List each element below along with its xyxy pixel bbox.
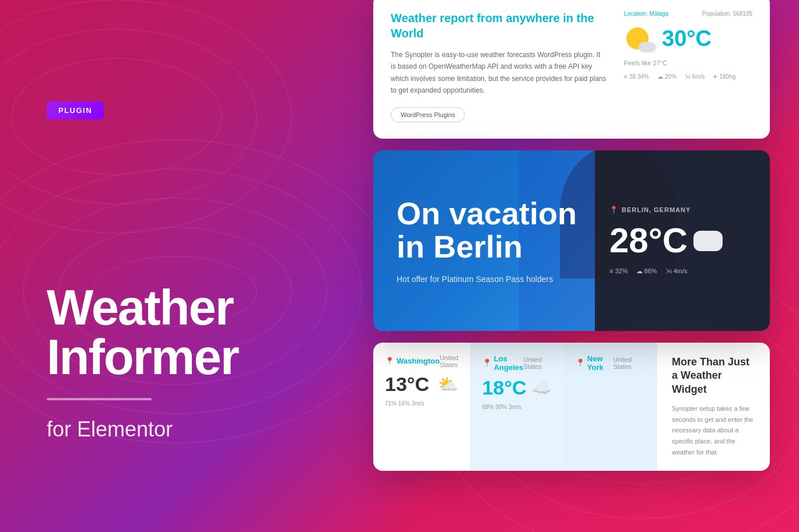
card-right-content: Location: Málaga Population: 568105 30°C…	[624, 10, 752, 80]
wordpress-plugins-button[interactable]: WordPress Plugins	[391, 107, 465, 122]
card-description: The Synopter is easy-to-use weather fore…	[391, 49, 607, 97]
location-text: Location: Málaga	[624, 10, 668, 17]
wind-stat: 🌬 6m/s	[685, 73, 705, 80]
berlin-title-line2: in Berlin	[397, 229, 523, 264]
card-left-content: Weather report from anywhere in the Worl…	[391, 10, 607, 122]
population-text: Population: 568105	[702, 10, 752, 17]
more-than-widget: More Than Just a Weather Widget Synopter…	[657, 343, 770, 471]
pin-icon-newyork: 📍	[576, 358, 585, 367]
city-card-newyork: 📍 New York United States	[564, 343, 657, 471]
berlin-stats: ≡ 32% ☁ 86% 🌬 4m/s	[609, 267, 755, 275]
cloud-overlay	[639, 42, 656, 52]
berlin-temperature: 28°C	[609, 223, 755, 258]
city-card-la: 📍 Los Angeles United States 18°C ☁️ 68% …	[471, 343, 564, 471]
berlin-location: 📍 BERLIN, GERMANY	[609, 206, 755, 214]
berlin-temp-value: 28°C	[609, 223, 688, 258]
city-temp-la: 18°C	[482, 376, 527, 399]
city-country-la: United States	[524, 356, 552, 370]
title-divider	[47, 398, 152, 400]
more-than-title: More Than Just a Weather Widget	[672, 355, 755, 396]
content-area: PLUGIN Weather Informer for Elementor We…	[0, 0, 799, 532]
berlin-location-text: BERLIN, GERMANY	[622, 206, 691, 213]
location-pin-icon: 📍	[609, 206, 619, 214]
berlin-weather-widget: 📍 BERLIN, GERMANY 28°C ≡ 32% ☁ 86% 🌬 4m/…	[595, 150, 770, 331]
subtitle: for Elementor	[47, 417, 327, 442]
city-temp-washington: 13°C	[385, 373, 429, 396]
more-than-description: Synopter setup takes a few seconds to ge…	[672, 403, 755, 457]
city-icon-washington: ⛅	[438, 375, 458, 394]
temperature-value: 30°C	[662, 26, 712, 51]
location-row: Location: Málaga Population: 568105	[624, 10, 752, 17]
city-temp-row-washington: 13°C ⛅	[385, 373, 458, 396]
pressure-icon: ✈	[713, 73, 717, 80]
city-country-newyork: United States	[613, 356, 645, 370]
berlin-title-line1: On vacation	[397, 196, 577, 231]
berlin-cloud-stat: ☁ 86%	[636, 267, 657, 275]
wind-value: 6m/s	[692, 73, 705, 80]
pin-icon-washington: 📍	[385, 357, 394, 365]
card-title: Weather report from anywhere in the Worl…	[391, 10, 607, 41]
card-weather-report: Weather report from anywhere in the Worl…	[373, 0, 770, 139]
city-stats-washington: 71% 16% 3m/s	[385, 400, 458, 407]
temp-display: 30°C	[624, 23, 752, 55]
berlin-cloud-icon	[693, 231, 723, 251]
card-berlin: On vacation in Berlin Hot offer for Plat…	[373, 150, 770, 331]
plugin-badge: PLUGIN	[47, 101, 104, 119]
city-stats-la: 68% 90% 3m/s	[482, 404, 552, 410]
feels-like: Feels like 27°C	[624, 59, 752, 66]
city-temp-row-la: 18°C ☁️	[482, 376, 552, 399]
city-name-newyork: 📍 New York	[576, 354, 614, 372]
rain-stat: ☁ 20%	[657, 73, 677, 80]
title-line2: Informer	[47, 332, 327, 382]
berlin-humidity-stat: ≡ 32%	[609, 267, 628, 275]
humidity-value: 38 34%	[629, 73, 649, 80]
city-header-la: 📍 Los Angeles United States	[482, 354, 552, 372]
rain-icon: ☁	[657, 73, 663, 80]
main-title: Weather Informer for Elementor	[47, 283, 327, 442]
humidity-stat: ≡ 38 34%	[624, 73, 649, 80]
sun-cloud-icon	[624, 23, 656, 55]
pin-icon-la: 📍	[482, 358, 492, 367]
card-bottom: 📍 Washington United States 13°C ⛅ 71% 16…	[373, 343, 770, 471]
city-icon-la: ☁️	[531, 378, 552, 397]
city-name-la: 📍 Los Angeles	[482, 354, 524, 372]
city-card-washington: 📍 Washington United States 13°C ⛅ 71% 16…	[373, 343, 471, 471]
humidity-icon: ≡	[624, 73, 628, 80]
city-header-newyork: 📍 New York United States	[576, 354, 645, 372]
pressure-stat: ✈ 160hg	[713, 73, 735, 80]
berlin-wind-stat: 🌬 4m/s	[665, 267, 688, 275]
city-name-washington: 📍 Washington	[385, 357, 440, 365]
left-panel: PLUGIN Weather Informer for Elementor	[0, 0, 362, 532]
rain-value: 20%	[665, 73, 677, 80]
title-line1: Weather	[47, 283, 327, 332]
city-header-washington: 📍 Washington United States	[385, 354, 458, 368]
wind-icon: 🌬	[685, 73, 691, 80]
weather-stats: ≡ 38 34% ☁ 20% 🌬 6m/s ✈ 160hg	[624, 73, 752, 80]
city-country-washington: United States	[440, 354, 458, 368]
pressure-value: 160hg	[719, 73, 735, 80]
right-panel: Weather report from anywhere in the Worl…	[362, 0, 799, 532]
